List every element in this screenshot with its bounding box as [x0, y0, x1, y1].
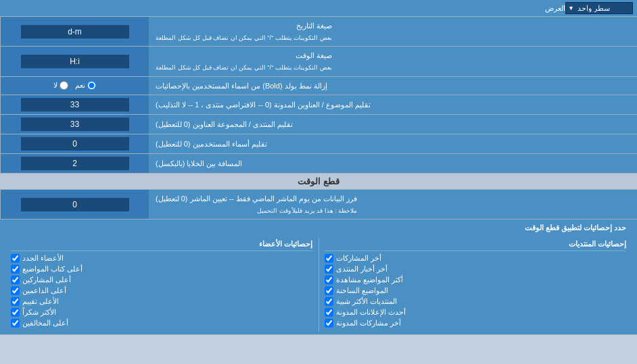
- time-cutoff-input-wrapper: [0, 190, 149, 219]
- cb-top-violators: أعلى المخالفين: [11, 319, 313, 328]
- users-order-input-wrapper: [0, 134, 149, 153]
- cb-top-writers: أعلى كتاب المواضيع: [11, 265, 313, 274]
- cb-latest-announcements: أحدث الإعلانات المدونة: [325, 308, 627, 317]
- cb-hot-topics-input[interactable]: [325, 286, 333, 295]
- time-format-row: صيغة الوقتبعض التكوينات يتطلب "/" التي ي…: [0, 47, 637, 76]
- stats-label-row: حدد إحصائيات لتطبيق قطع الوقت: [5, 222, 632, 234]
- cb-forum-news-input[interactable]: [325, 265, 333, 274]
- date-format-row: صيغة التاريخبعض التكوينات يتطلب "/" التي…: [0, 17, 637, 47]
- users-order-input[interactable]: [21, 137, 129, 151]
- lines-select[interactable]: سطر واحدسطرينثلاثة أسطر: [565, 2, 633, 14]
- cb-most-thankful-input[interactable]: [11, 308, 20, 317]
- date-format-input[interactable]: [21, 25, 129, 38]
- titles-order-label: تقليم الموضوع / العناوين المدونة (0 -- ا…: [149, 95, 637, 114]
- bold-no-label[interactable]: لا: [53, 81, 68, 90]
- main-container: سطر واحدسطرينثلاثة أسطر العرض صيغة التار…: [0, 0, 637, 335]
- cb-blog-posts-input[interactable]: [325, 319, 333, 328]
- bold-yes-label[interactable]: نعم: [75, 81, 96, 90]
- members-stats-header: إحصائيات الأعضاء: [11, 240, 313, 251]
- cb-top-participants-input[interactable]: [11, 276, 20, 284]
- checkboxes-section: حدد إحصائيات لتطبيق قطع الوقت إحصائيات ا…: [0, 219, 637, 335]
- time-cutoff-header: قطع الوقت: [0, 174, 637, 190]
- column-gap-row: المسافة بين الخلايا (بالبكسل): [0, 154, 637, 174]
- bold-remove-label: إزالة نمط بولد (Bold) من اسماء المستخدمي…: [149, 77, 637, 95]
- forum-order-input[interactable]: [21, 118, 129, 131]
- bold-radio-group: نعم لا: [53, 81, 96, 90]
- cb-similar-forums-input[interactable]: [325, 297, 333, 306]
- cb-most-viewed-input[interactable]: [325, 276, 333, 284]
- time-format-label: صيغة الوقتبعض التكوينات يتطلب "/" التي ي…: [149, 47, 637, 76]
- stats-limit-label: حدد إحصائيات لتطبيق قطع الوقت: [5, 222, 632, 234]
- forum-order-row: تقليم المنتدى / المجموعة العناوين (0 للت…: [0, 115, 637, 134]
- display-label: العرض: [4, 4, 565, 13]
- bold-yes-radio[interactable]: [87, 81, 96, 90]
- col-divider: [318, 238, 319, 332]
- cb-last-posts: أخر المشاركات: [325, 254, 627, 263]
- cb-top-violators-input[interactable]: [11, 319, 20, 328]
- time-format-input-wrapper: [0, 47, 149, 76]
- cb-top-writers-input[interactable]: [11, 265, 20, 274]
- cb-most-thankful: الأكثر شكراً: [11, 308, 313, 317]
- date-format-input-wrapper: [0, 17, 149, 46]
- lines-select-wrapper[interactable]: سطر واحدسطرينثلاثة أسطر: [565, 2, 633, 14]
- time-cutoff-input[interactable]: [21, 198, 129, 211]
- cb-most-viewed: أكثر المواضيع مشاهدة: [325, 276, 627, 284]
- cb-hot-topics: المواضيع الساخنة: [325, 286, 627, 295]
- titles-order-input[interactable]: [21, 98, 129, 111]
- display-row: سطر واحدسطرينثلاثة أسطر العرض: [0, 0, 637, 17]
- forum-order-input-wrapper: [0, 115, 149, 134]
- cb-similar-forums: المنتديات الأكثر شبية: [325, 297, 627, 306]
- time-format-input[interactable]: [21, 55, 129, 68]
- cb-top-participants: أعلى المشاركين: [11, 276, 313, 284]
- column-gap-input[interactable]: [21, 157, 129, 170]
- column-gap-input-wrapper: [0, 154, 149, 173]
- users-order-row: تقليم أسماء المستخدمين (0 للتعطيل): [0, 134, 637, 154]
- cb-blog-posts: أخر مشاركات المدونة: [325, 319, 627, 328]
- column-gap-label: المسافة بين الخلايا (بالبكسل): [149, 154, 637, 173]
- cb-last-posts-input[interactable]: [325, 254, 333, 263]
- cb-new-members-input[interactable]: [11, 254, 20, 263]
- bold-no-radio[interactable]: [60, 81, 68, 90]
- cb-top-rated: الأعلى تقييم: [11, 297, 313, 306]
- forums-stats-col: إحصائيات المنتديات أخر المشاركات أخر أخب…: [319, 238, 632, 332]
- cb-new-members: الأعضاء الجدد: [11, 254, 313, 263]
- forums-stats-header: إحصائيات المنتديات: [325, 240, 627, 251]
- bold-remove-row: إزالة نمط بولد (Bold) من اسماء المستخدمي…: [0, 77, 637, 96]
- cb-top-supporters: أعلى الداعمين: [11, 286, 313, 295]
- cb-top-supporters-input[interactable]: [11, 286, 20, 295]
- cb-top-rated-input[interactable]: [11, 297, 20, 306]
- time-cutoff-label: فرز البيانات من يوم الماشر الماضي فقط --…: [149, 190, 637, 219]
- members-stats-col: إحصائيات الأعضاء الأعضاء الجدد أعلى كتاب…: [5, 238, 318, 332]
- forum-order-label: تقليم المنتدى / المجموعة العناوين (0 للت…: [149, 115, 637, 134]
- users-order-label: تقليم أسماء المستخدمين (0 للتعطيل): [149, 134, 637, 153]
- date-format-label: صيغة التاريخبعض التكوينات يتطلب "/" التي…: [149, 17, 637, 46]
- cb-forum-news: أخر أخبار المنتدى: [325, 265, 627, 274]
- cb-latest-announcements-input[interactable]: [325, 308, 333, 317]
- checkboxes-grid: إحصائيات المنتديات أخر المشاركات أخر أخب…: [5, 238, 632, 332]
- time-cutoff-row: فرز البيانات من يوم الماشر الماضي فقط --…: [0, 190, 637, 219]
- titles-order-row: تقليم الموضوع / العناوين المدونة (0 -- ا…: [0, 95, 637, 115]
- titles-order-input-wrapper: [0, 95, 149, 114]
- bold-remove-input-wrapper: نعم لا: [0, 77, 149, 95]
